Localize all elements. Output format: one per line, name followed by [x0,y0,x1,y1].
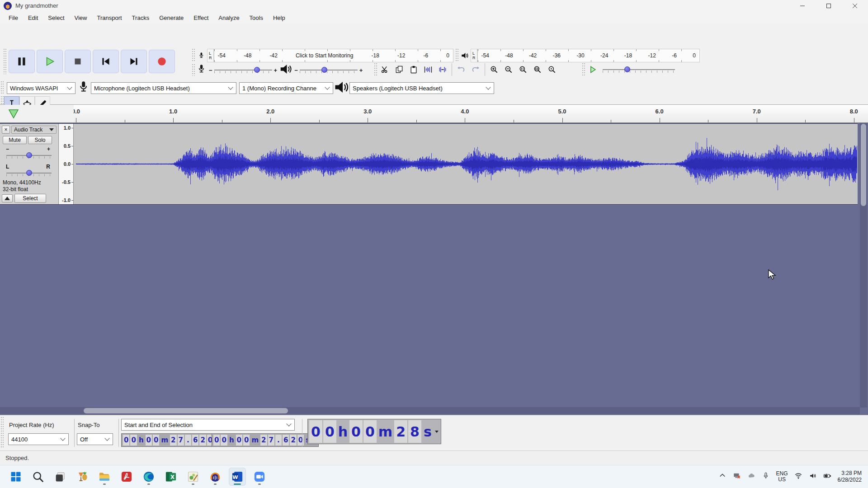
playback-meter[interactable]: -54-48-42-36-30-24-18-12-60 [477,49,700,62]
menu-effect[interactable]: Effect [189,13,213,23]
zoom-fit-button[interactable] [530,64,545,75]
menu-edit[interactable]: Edit [23,13,43,23]
toolbar-grip[interactable] [582,63,585,76]
paste-button[interactable] [406,64,421,75]
time-digit[interactable]: 7 [268,435,274,446]
zoom-app-button[interactable] [251,468,268,486]
time-unit[interactable]: h [337,420,349,443]
search-button[interactable] [29,468,47,486]
time-digit[interactable]: 2 [170,435,176,446]
menu-transport[interactable]: Transport [92,13,127,23]
recording-meter[interactable]: -54-48-42Click to Start Monitoring-18-12… [214,49,454,62]
snap-to-select[interactable]: Off [77,433,113,445]
task-view-button[interactable] [52,468,69,486]
track-collapse-button[interactable] [2,194,13,202]
playback-meter-toolbar[interactable]: LR -54-48-42-36-30-24-18-12-60 [456,49,700,62]
word-button[interactable]: W [229,468,246,486]
play-at-speed-button[interactable] [585,64,600,75]
paint-app-button[interactable] [184,468,202,486]
time-digit[interactable]: 0 [363,420,377,443]
zoom-in-button[interactable] [487,64,501,75]
time-digit[interactable]: 6 [192,435,198,446]
selection-mode-select[interactable]: Start and End of Selection [121,419,295,431]
track-pan-slider[interactable] [6,170,52,176]
time-digit[interactable]: 0 [243,435,250,446]
undo-button[interactable] [454,64,468,75]
battery-tray-icon[interactable] [823,472,831,482]
zoom-selection-button[interactable] [516,64,530,75]
waveform-canvas[interactable] [74,124,857,204]
play-head-triangle-icon[interactable] [8,109,19,119]
zoom-toggle-button[interactable] [545,64,559,75]
audacity-button[interactable] [207,468,224,486]
volume-tray-icon[interactable] [809,472,817,482]
mute-button[interactable]: Mute [3,136,27,144]
toolbar-grip[interactable] [192,64,195,76]
skip-to-start-button[interactable] [93,50,119,73]
toolbar-grip[interactable] [1,417,4,449]
vertical-scrollbar-thumb[interactable] [861,124,866,206]
time-unit[interactable]: h [228,435,236,446]
playback-speed-slider[interactable] [603,66,675,73]
audio-track[interactable]: × Audio Track Mute Solo − + L R Mono, 44… [0,123,858,205]
toolbar-grip[interactable] [4,49,7,74]
excel-button[interactable]: X [162,468,179,486]
horizontal-scrollbar[interactable] [0,407,860,414]
language-indicator[interactable]: ENGUS [776,471,788,483]
time-digit[interactable]: 6 [283,435,289,446]
solo-button[interactable]: Solo [28,136,52,144]
maximize-button[interactable] [818,0,839,12]
menu-analyze[interactable]: Analyze [213,13,244,23]
time-digit[interactable]: 0 [297,435,304,446]
time-digit[interactable]: 7 [178,435,184,446]
record-button[interactable] [149,50,175,73]
close-button[interactable] [844,0,865,12]
track-gain-slider[interactable] [6,152,52,159]
time-digit[interactable]: 0 [153,435,159,446]
horizontal-scrollbar-thumb[interactable] [84,408,288,413]
minimize-button[interactable] [792,0,813,12]
clock[interactable]: 3:28 PM6/28/2022 [838,470,862,483]
monitoring-message[interactable]: Click to Start Monitoring [296,52,353,59]
pause-button[interactable] [9,50,35,73]
recording-volume-slider[interactable] [214,67,272,73]
silence-audio-button[interactable] [435,64,450,75]
recording-meter-toolbar[interactable]: LR -54-48-42Click to Start Monitoring-18… [192,49,453,62]
time-digit[interactable]: . [275,435,282,446]
hidden-icons-chevron[interactable] [718,472,726,482]
microphone-tray-icon[interactable] [762,472,770,482]
wifi-tray-icon[interactable] [794,472,802,482]
time-digit[interactable]: 0 [213,435,220,446]
playback-volume-slider[interactable] [300,67,358,73]
time-digit[interactable]: 2 [260,435,267,446]
time-digit[interactable]: . [185,435,191,446]
display-device-tray-icon[interactable] [733,472,741,482]
time-digit[interactable]: 2 [199,435,206,446]
audio-host-select[interactable]: Windows WASAPI [7,82,75,94]
menu-tools[interactable]: Tools [245,13,268,23]
copy-button[interactable] [392,64,406,75]
vertical-scrollbar[interactable] [860,123,867,408]
project-rate-select[interactable]: 44100 [8,433,69,445]
acrobat-button[interactable] [118,468,135,486]
toolbar-grip[interactable] [374,63,377,76]
time-digit[interactable]: 2 [394,420,407,443]
track-select-button[interactable]: Select [14,194,46,203]
edge-button[interactable] [140,468,157,486]
zoom-out-button[interactable] [501,64,516,75]
onedrive-tray-icon[interactable] [747,472,755,482]
time-digit[interactable]: 0 [349,420,363,443]
recording-channels-select[interactable]: 1 (Mono) Recording Channe [239,82,333,94]
time-digit[interactable]: 0 [123,435,129,446]
time-digit[interactable]: 0 [309,420,322,443]
selection-end-field[interactable]: 00h00m27.620s [212,433,319,447]
time-digit[interactable]: 0 [146,435,152,446]
chevron-down-icon[interactable] [435,431,439,433]
file-explorer-button[interactable] [96,468,113,486]
menu-file[interactable]: File [4,13,23,23]
play-button[interactable] [37,50,63,73]
start-button[interactable] [7,468,24,486]
menu-view[interactable]: View [70,13,92,23]
recording-device-select[interactable]: Microphone (Logitech USB Headset) [91,82,236,94]
time-digit[interactable]: 2 [290,435,296,446]
